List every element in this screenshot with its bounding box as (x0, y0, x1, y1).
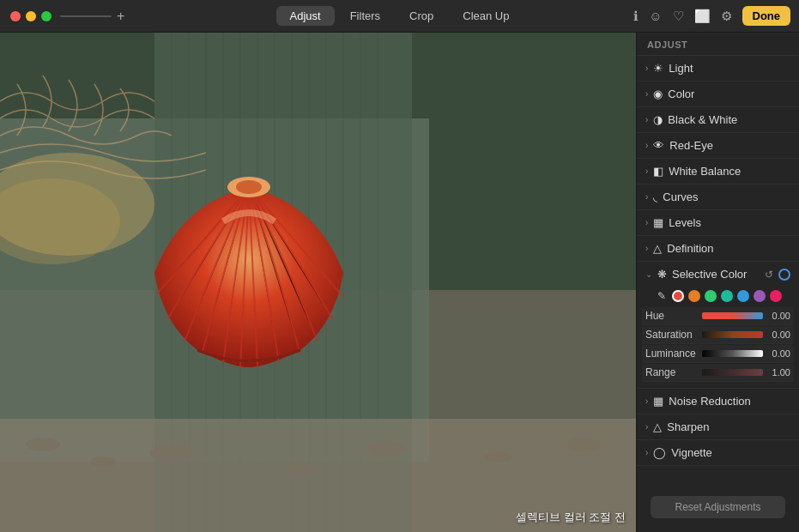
color-swatches: ✎ (637, 287, 799, 307)
zoom-slider-area: + (60, 9, 124, 24)
adjust-item-sharpen[interactable]: › △ Sharpen (637, 414, 799, 440)
redeye-icon: 👁 (653, 139, 664, 152)
svg-rect-22 (0, 419, 636, 532)
selective-color-label: Selective Color (672, 268, 747, 281)
curves-icon: ◟ (653, 190, 657, 203)
sc-header-right: ↺ (765, 269, 790, 281)
chevron-right-icon: › (645, 218, 648, 227)
definition-icon: △ (653, 242, 662, 255)
sharpen-icon: △ (653, 420, 662, 433)
hue-bar[interactable] (702, 312, 763, 319)
adjust-item-vignette[interactable]: › ◯ Vignette (637, 440, 799, 466)
chevron-right-icon: › (645, 63, 648, 73)
sharpen-label: Sharpen (667, 420, 790, 433)
color-label: Color (668, 88, 790, 100)
swatch-green[interactable] (705, 290, 717, 302)
luminance-label: Luminance (645, 348, 699, 360)
swatch-pink[interactable] (770, 290, 782, 302)
close-button[interactable] (10, 11, 21, 21)
adjust-item-wb[interactable]: › ◧ White Balance (637, 159, 799, 184)
adjust-item-light[interactable]: › ☀ Light (637, 56, 799, 82)
hue-row: Hue 0.00 (642, 307, 794, 325)
swatch-teal[interactable] (721, 290, 733, 302)
sc-sliders: Hue 0.00 Saturation 0.00 Luminance 0.00 (637, 307, 799, 388)
vignette-icon: ◯ (653, 446, 666, 459)
noise-icon: ▦ (653, 395, 663, 408)
main-content: 셀렉티브 컬러 조절 전 ADJUST › ☀ Light › ◉ Color … (0, 33, 799, 532)
bw-icon: ◑ (653, 113, 663, 126)
sc-reset-icon[interactable]: ↺ (765, 269, 773, 281)
pencil-icon[interactable]: ✎ (657, 290, 666, 302)
selective-color-section: ⌄ ❋ Selective Color ↺ ✎ (637, 262, 799, 389)
swatch-purple[interactable] (754, 290, 766, 302)
chevron-right-icon: › (645, 141, 648, 150)
swatch-blue[interactable] (737, 290, 749, 302)
reset-adjustments-button[interactable]: Reset Adjustments (651, 496, 785, 518)
wb-label: White Balance (669, 165, 790, 178)
tab-adjust[interactable]: Adjust (276, 6, 335, 26)
saturation-row: Saturation 0.00 (642, 326, 794, 344)
adjust-header: ADJUST (637, 33, 799, 56)
definition-label: Definition (667, 242, 790, 255)
svg-point-23 (26, 438, 60, 451)
tab-crop[interactable]: Crop (396, 6, 447, 26)
luminance-value: 0.00 (766, 348, 790, 359)
panel-footer: Reset Adjustments (637, 489, 799, 532)
svg-point-27 (367, 441, 405, 456)
levels-icon: ▦ (653, 216, 663, 229)
range-value: 1.00 (766, 367, 790, 378)
selective-color-header[interactable]: ⌄ ❋ Selective Color ↺ (637, 262, 799, 287)
curves-label: Curves (663, 190, 790, 203)
svg-point-25 (150, 444, 193, 462)
light-icon: ☀ (653, 62, 663, 75)
sc-toggle[interactable] (778, 269, 790, 281)
selective-color-icon: ❋ (657, 268, 667, 281)
maximize-button[interactable] (41, 11, 51, 21)
hue-label: Hue (645, 310, 699, 322)
chevron-right-icon: › (645, 166, 648, 176)
minimize-button[interactable] (26, 11, 36, 21)
vignette-label: Vignette (671, 446, 790, 459)
svg-point-28 (484, 452, 511, 462)
hue-value: 0.00 (766, 311, 790, 321)
heart-icon[interactable]: ♡ (673, 9, 684, 24)
emoji-icon[interactable]: ☺ (649, 9, 662, 23)
adjust-item-redeye[interactable]: › 👁 Red-Eye (637, 133, 799, 159)
saturation-value: 0.00 (766, 329, 790, 340)
adjust-item-noise[interactable]: › ▦ Noise Reduction (637, 389, 799, 414)
right-panel: ADJUST › ☀ Light › ◉ Color › ◑ Black & W… (636, 33, 799, 532)
range-bar[interactable] (702, 369, 763, 376)
adjust-item-levels[interactable]: › ▦ Levels (637, 210, 799, 236)
adjust-item-curves[interactable]: › ◟ Curves (637, 184, 799, 210)
share-icon[interactable]: ⬜ (694, 9, 711, 24)
color-icon: ◉ (653, 88, 663, 100)
done-button[interactable]: Done (742, 6, 791, 26)
titlebar: + Adjust Filters Crop Clean Up ℹ ☺ ♡ ⬜ ⚙… (0, 0, 799, 33)
info-icon[interactable]: ℹ (633, 9, 639, 24)
svg-point-26 (285, 464, 316, 476)
tab-cleanup[interactable]: Clean Up (449, 6, 523, 26)
swatch-orange[interactable] (688, 290, 700, 302)
tab-filters[interactable]: Filters (336, 6, 394, 26)
chevron-right-icon: › (645, 89, 648, 99)
adjust-item-bw[interactable]: › ◑ Black & White (637, 107, 799, 133)
saturation-label: Saturation (645, 329, 699, 341)
nav-tabs: Adjust Filters Crop Clean Up (276, 6, 524, 26)
saturation-bar[interactable] (702, 331, 763, 338)
zoom-slider[interactable] (60, 15, 112, 17)
swatch-red[interactable] (672, 290, 684, 302)
adjust-item-definition[interactable]: › △ Definition (637, 236, 799, 262)
range-row: Range 1.00 (642, 364, 794, 382)
tools-icon[interactable]: ⚙ (721, 9, 732, 24)
chevron-down-icon: ⌄ (645, 269, 652, 279)
luminance-bar[interactable] (702, 350, 763, 357)
redeye-label: Red-Eye (669, 139, 790, 152)
svg-point-24 (90, 456, 116, 467)
adjust-item-color[interactable]: › ◉ Color (637, 82, 799, 107)
wb-icon: ◧ (653, 165, 663, 178)
photo-canvas (0, 33, 636, 532)
svg-point-29 (566, 438, 601, 451)
chevron-right-icon: › (645, 422, 648, 432)
zoom-plus-icon[interactable]: + (117, 9, 124, 24)
chevron-right-icon: › (645, 192, 648, 202)
